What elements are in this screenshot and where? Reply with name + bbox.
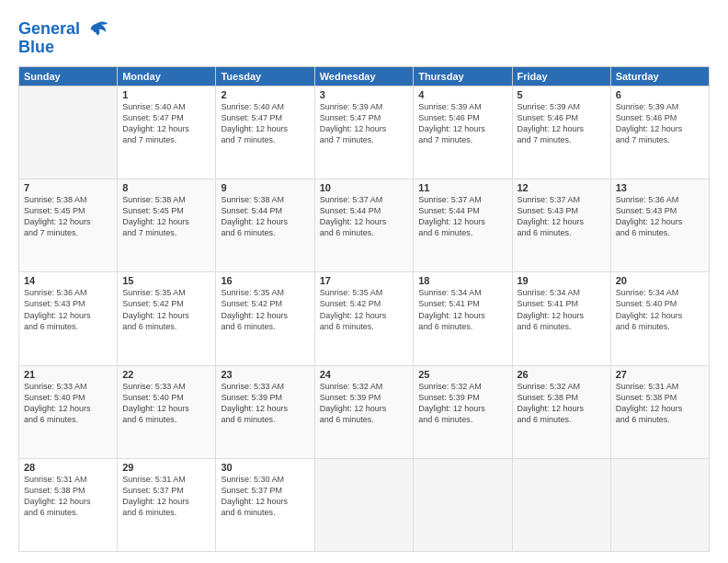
calendar-cell: 17Sunrise: 5:35 AM Sunset: 5:42 PM Dayli… bbox=[314, 272, 414, 365]
day-number: 5 bbox=[518, 89, 606, 100]
page: General Blue SundayMondayTuesdayWednesda… bbox=[0, 0, 728, 563]
day-info: Sunrise: 5:35 AM Sunset: 5:42 PM Dayligh… bbox=[320, 287, 409, 332]
calendar-cell: 29Sunrise: 5:31 AM Sunset: 5:37 PM Dayli… bbox=[118, 458, 216, 551]
day-number: 26 bbox=[518, 369, 606, 380]
calendar-cell: 12Sunrise: 5:37 AM Sunset: 5:43 PM Dayli… bbox=[512, 179, 610, 272]
day-number: 21 bbox=[24, 369, 112, 380]
day-number: 28 bbox=[24, 462, 112, 473]
day-info: Sunrise: 5:31 AM Sunset: 5:38 PM Dayligh… bbox=[616, 381, 704, 426]
calendar-cell: 6Sunrise: 5:39 AM Sunset: 5:46 PM Daylig… bbox=[610, 86, 709, 178]
day-info: Sunrise: 5:34 AM Sunset: 5:41 PM Dayligh… bbox=[518, 287, 606, 332]
calendar-cell: 24Sunrise: 5:32 AM Sunset: 5:39 PM Dayli… bbox=[314, 365, 414, 458]
day-number: 23 bbox=[221, 369, 309, 380]
calendar-cell: 25Sunrise: 5:32 AM Sunset: 5:39 PM Dayli… bbox=[414, 365, 512, 458]
day-number: 18 bbox=[418, 275, 506, 286]
calendar-cell: 7Sunrise: 5:38 AM Sunset: 5:45 PM Daylig… bbox=[19, 179, 118, 272]
calendar-cell: 14Sunrise: 5:36 AM Sunset: 5:43 PM Dayli… bbox=[19, 272, 118, 365]
day-info: Sunrise: 5:32 AM Sunset: 5:38 PM Dayligh… bbox=[518, 381, 606, 426]
col-header-sunday: Sunday bbox=[19, 66, 118, 86]
logo-text: General bbox=[18, 20, 80, 39]
col-header-friday: Friday bbox=[512, 66, 610, 86]
header: General Blue bbox=[18, 17, 710, 57]
day-number: 12 bbox=[518, 182, 606, 193]
day-number: 22 bbox=[122, 369, 210, 380]
calendar-cell bbox=[314, 458, 414, 551]
day-info: Sunrise: 5:38 AM Sunset: 5:45 PM Dayligh… bbox=[24, 194, 112, 239]
day-number: 1 bbox=[122, 89, 210, 100]
calendar-cell: 16Sunrise: 5:35 AM Sunset: 5:42 PM Dayli… bbox=[216, 272, 314, 365]
calendar-cell: 27Sunrise: 5:31 AM Sunset: 5:38 PM Dayli… bbox=[610, 365, 709, 458]
calendar-cell: 1Sunrise: 5:40 AM Sunset: 5:47 PM Daylig… bbox=[118, 86, 216, 178]
week-row-5: 28Sunrise: 5:31 AM Sunset: 5:38 PM Dayli… bbox=[19, 458, 710, 551]
day-number: 9 bbox=[221, 182, 309, 193]
calendar-cell: 2Sunrise: 5:40 AM Sunset: 5:47 PM Daylig… bbox=[216, 86, 314, 178]
calendar-cell: 4Sunrise: 5:39 AM Sunset: 5:46 PM Daylig… bbox=[414, 86, 512, 178]
day-info: Sunrise: 5:37 AM Sunset: 5:44 PM Dayligh… bbox=[418, 194, 506, 239]
day-info: Sunrise: 5:32 AM Sunset: 5:39 PM Dayligh… bbox=[418, 381, 506, 426]
day-info: Sunrise: 5:35 AM Sunset: 5:42 PM Dayligh… bbox=[221, 287, 309, 332]
col-header-monday: Monday bbox=[118, 66, 216, 86]
calendar-cell: 3Sunrise: 5:39 AM Sunset: 5:47 PM Daylig… bbox=[314, 86, 414, 178]
calendar-header-row: SundayMondayTuesdayWednesdayThursdayFrid… bbox=[19, 66, 710, 86]
calendar-cell: 15Sunrise: 5:35 AM Sunset: 5:42 PM Dayli… bbox=[118, 272, 216, 365]
day-number: 8 bbox=[122, 182, 210, 193]
calendar-cell: 18Sunrise: 5:34 AM Sunset: 5:41 PM Dayli… bbox=[414, 272, 512, 365]
day-info: Sunrise: 5:39 AM Sunset: 5:46 PM Dayligh… bbox=[518, 101, 606, 146]
calendar-cell: 19Sunrise: 5:34 AM Sunset: 5:41 PM Dayli… bbox=[512, 272, 610, 365]
day-info: Sunrise: 5:33 AM Sunset: 5:40 PM Dayligh… bbox=[24, 381, 112, 426]
week-row-2: 7Sunrise: 5:38 AM Sunset: 5:45 PM Daylig… bbox=[19, 179, 710, 272]
day-info: Sunrise: 5:35 AM Sunset: 5:42 PM Dayligh… bbox=[122, 287, 210, 332]
day-info: Sunrise: 5:37 AM Sunset: 5:44 PM Dayligh… bbox=[320, 194, 409, 239]
calendar-cell bbox=[610, 458, 709, 551]
day-number: 7 bbox=[24, 182, 112, 193]
day-number: 2 bbox=[221, 89, 309, 100]
day-number: 14 bbox=[24, 275, 112, 286]
day-info: Sunrise: 5:32 AM Sunset: 5:39 PM Dayligh… bbox=[320, 381, 409, 426]
calendar-cell: 11Sunrise: 5:37 AM Sunset: 5:44 PM Dayli… bbox=[414, 179, 512, 272]
day-info: Sunrise: 5:31 AM Sunset: 5:38 PM Dayligh… bbox=[24, 474, 112, 519]
day-number: 24 bbox=[320, 369, 409, 380]
day-number: 11 bbox=[418, 182, 506, 193]
calendar-cell bbox=[19, 86, 118, 178]
day-info: Sunrise: 5:39 AM Sunset: 5:46 PM Dayligh… bbox=[616, 101, 704, 146]
day-info: Sunrise: 5:33 AM Sunset: 5:40 PM Dayligh… bbox=[122, 381, 210, 426]
col-header-thursday: Thursday bbox=[414, 66, 512, 86]
calendar-cell: 5Sunrise: 5:39 AM Sunset: 5:46 PM Daylig… bbox=[512, 86, 610, 178]
col-header-tuesday: Tuesday bbox=[216, 66, 314, 86]
day-info: Sunrise: 5:40 AM Sunset: 5:47 PM Dayligh… bbox=[221, 101, 309, 146]
calendar-cell: 23Sunrise: 5:33 AM Sunset: 5:39 PM Dayli… bbox=[216, 365, 314, 458]
week-row-1: 1Sunrise: 5:40 AM Sunset: 5:47 PM Daylig… bbox=[19, 86, 710, 178]
day-number: 15 bbox=[122, 275, 210, 286]
day-info: Sunrise: 5:31 AM Sunset: 5:37 PM Dayligh… bbox=[122, 474, 210, 519]
week-row-3: 14Sunrise: 5:36 AM Sunset: 5:43 PM Dayli… bbox=[19, 272, 710, 365]
day-info: Sunrise: 5:37 AM Sunset: 5:43 PM Dayligh… bbox=[518, 194, 606, 239]
logo-bird-icon bbox=[84, 17, 109, 42]
week-row-4: 21Sunrise: 5:33 AM Sunset: 5:40 PM Dayli… bbox=[19, 365, 710, 458]
calendar-cell: 21Sunrise: 5:33 AM Sunset: 5:40 PM Dayli… bbox=[19, 365, 118, 458]
logo: General Blue bbox=[18, 17, 109, 57]
calendar-cell: 9Sunrise: 5:38 AM Sunset: 5:44 PM Daylig… bbox=[216, 179, 314, 272]
calendar-cell bbox=[512, 458, 610, 551]
day-info: Sunrise: 5:30 AM Sunset: 5:37 PM Dayligh… bbox=[221, 474, 309, 519]
day-number: 10 bbox=[320, 182, 409, 193]
logo-blue: Blue bbox=[18, 39, 54, 57]
day-number: 25 bbox=[418, 369, 506, 380]
calendar-cell: 28Sunrise: 5:31 AM Sunset: 5:38 PM Dayli… bbox=[19, 458, 118, 551]
calendar-cell: 26Sunrise: 5:32 AM Sunset: 5:38 PM Dayli… bbox=[512, 365, 610, 458]
day-info: Sunrise: 5:36 AM Sunset: 5:43 PM Dayligh… bbox=[24, 287, 112, 332]
day-number: 27 bbox=[616, 369, 704, 380]
day-info: Sunrise: 5:39 AM Sunset: 5:47 PM Dayligh… bbox=[320, 101, 409, 146]
day-number: 20 bbox=[616, 275, 704, 286]
calendar-cell bbox=[414, 458, 512, 551]
calendar-cell: 8Sunrise: 5:38 AM Sunset: 5:45 PM Daylig… bbox=[118, 179, 216, 272]
calendar-cell: 30Sunrise: 5:30 AM Sunset: 5:37 PM Dayli… bbox=[216, 458, 314, 551]
day-info: Sunrise: 5:34 AM Sunset: 5:41 PM Dayligh… bbox=[418, 287, 506, 332]
day-number: 19 bbox=[518, 275, 606, 286]
day-number: 13 bbox=[616, 182, 704, 193]
col-header-wednesday: Wednesday bbox=[314, 66, 414, 86]
day-info: Sunrise: 5:38 AM Sunset: 5:44 PM Dayligh… bbox=[221, 194, 309, 239]
day-info: Sunrise: 5:38 AM Sunset: 5:45 PM Dayligh… bbox=[122, 194, 210, 239]
logo-general: General bbox=[18, 19, 80, 38]
calendar-cell: 20Sunrise: 5:34 AM Sunset: 5:40 PM Dayli… bbox=[610, 272, 709, 365]
calendar-cell: 10Sunrise: 5:37 AM Sunset: 5:44 PM Dayli… bbox=[314, 179, 414, 272]
